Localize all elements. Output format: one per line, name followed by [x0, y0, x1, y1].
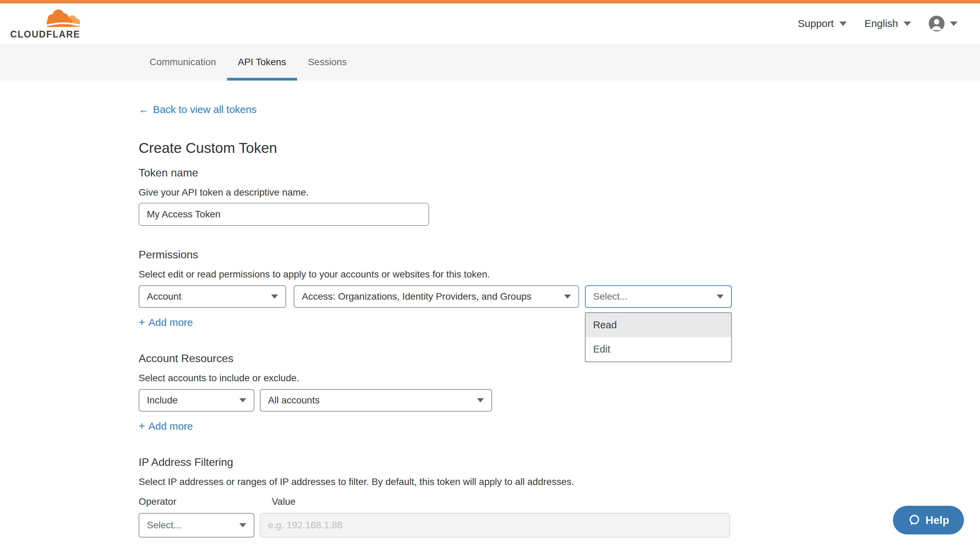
back-arrow-icon: ← [138, 104, 149, 115]
tab-communication[interactable]: Communication [138, 44, 227, 81]
token-name-description: Give your API token a descriptive name. [138, 187, 309, 198]
value-label: Value [272, 496, 296, 507]
ip-filtering-heading: IP Address Filtering [138, 456, 233, 469]
cloudflare-logo[interactable]: CLOUDFLARE [10, 8, 82, 40]
chevron-down-icon [564, 295, 571, 299]
profile-tab-bar: Communication API Tokens Sessions [0, 44, 980, 81]
add-more-label: Add more [148, 317, 193, 328]
permission-level-select[interactable]: Select... [585, 285, 732, 308]
permission-resource-value: Access: Organizations, Identity Provider… [302, 291, 531, 302]
support-label: Support [798, 18, 834, 29]
back-link-label: Back to view all tokens [153, 104, 256, 115]
page-title: Create Custom Token [138, 140, 277, 156]
cloudflare-cloud-icon: CLOUDFLARE [10, 8, 82, 40]
tab-sessions[interactable]: Sessions [297, 44, 358, 81]
ip-value-input[interactable] [260, 513, 730, 538]
chevron-down-icon [239, 398, 246, 402]
permission-scope-value: Account [147, 291, 181, 302]
chevron-down-icon [904, 22, 911, 26]
back-to-tokens-link[interactable]: ← Back to view all tokens [138, 104, 256, 115]
header: CLOUDFLARE Support English [0, 3, 980, 44]
dropdown-option-read[interactable]: Read [585, 313, 731, 337]
resource-mode-select[interactable]: Include [138, 389, 255, 412]
permission-level-dropdown: Read Edit [585, 312, 732, 362]
help-label: Help [925, 514, 949, 527]
ip-operator-select[interactable]: Select... [138, 513, 255, 538]
permission-resource-select[interactable]: Access: Organizations, Identity Provider… [294, 285, 579, 308]
ip-filtering-description: Select IP addresses or ranges of IP addr… [138, 476, 574, 487]
dropdown-option-edit[interactable]: Edit [585, 337, 731, 362]
chevron-down-icon [950, 22, 958, 26]
svg-text:CLOUDFLARE: CLOUDFLARE [10, 29, 80, 40]
language-menu[interactable]: English [865, 18, 911, 29]
token-name-heading: Token name [138, 167, 198, 179]
token-name-input[interactable] [138, 203, 429, 226]
account-menu[interactable] [929, 16, 958, 32]
ip-operator-placeholder: Select... [147, 520, 181, 531]
permissions-heading: Permissions [138, 249, 198, 261]
resource-accounts-value: All accounts [268, 395, 320, 406]
chevron-down-icon [717, 295, 724, 299]
permissions-add-more-link[interactable]: + Add more [138, 316, 193, 329]
support-menu[interactable]: Support [798, 18, 847, 29]
add-more-label: Add more [148, 420, 193, 432]
plus-icon: + [138, 420, 145, 432]
permission-scope-select[interactable]: Account [138, 285, 286, 308]
help-button[interactable]: Help [893, 506, 964, 534]
tab-api-tokens[interactable]: API Tokens [227, 44, 297, 81]
account-resources-add-more-link[interactable]: + Add more [138, 420, 193, 432]
permission-level-placeholder: Select... [593, 291, 628, 302]
chevron-down-icon [239, 523, 246, 527]
chat-bubble-icon [908, 514, 921, 527]
permissions-description: Select edit or read permissions to apply… [138, 269, 490, 280]
operator-label: Operator [138, 496, 177, 507]
language-label: English [865, 18, 898, 29]
chevron-down-icon [839, 22, 847, 26]
plus-icon: + [138, 316, 145, 329]
resource-mode-value: Include [147, 395, 178, 406]
user-avatar-icon [929, 16, 945, 32]
chevron-down-icon [477, 398, 484, 402]
chevron-down-icon [271, 295, 278, 299]
account-resources-heading: Account Resources [138, 352, 233, 365]
resource-accounts-select[interactable]: All accounts [260, 389, 492, 412]
brand-accent-bar [0, 0, 980, 3]
account-resources-description: Select accounts to include or exclude. [138, 373, 299, 384]
